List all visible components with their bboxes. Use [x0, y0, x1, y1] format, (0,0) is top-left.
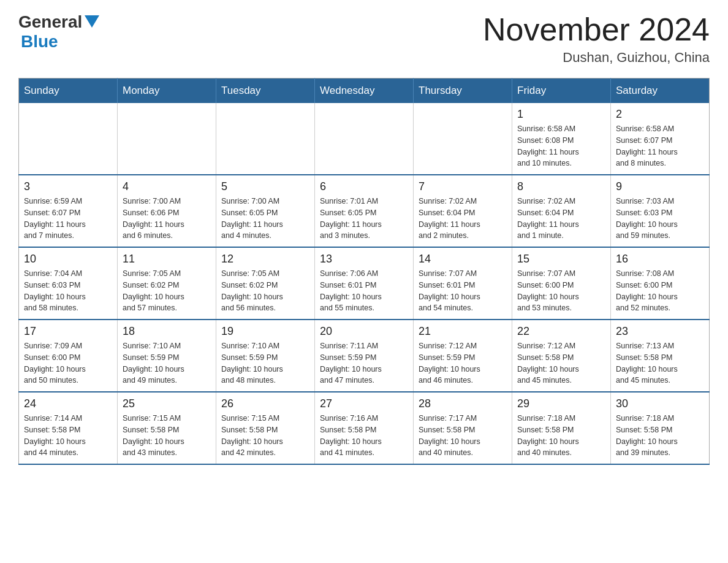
day-number: 19: [221, 325, 309, 338]
calendar-cell: 18Sunrise: 7:10 AM Sunset: 5:59 PM Dayli…: [118, 320, 216, 392]
day-info: Sunrise: 7:02 AM Sunset: 6:04 PM Dayligh…: [419, 196, 507, 242]
calendar-cell: 5Sunrise: 7:00 AM Sunset: 6:05 PM Daylig…: [216, 175, 315, 247]
weekday-header-row: SundayMondayTuesdayWednesdayThursdayFrid…: [19, 79, 710, 104]
calendar-cell: 6Sunrise: 7:01 AM Sunset: 6:05 PM Daylig…: [315, 175, 414, 247]
calendar-cell: 17Sunrise: 7:09 AM Sunset: 6:00 PM Dayli…: [19, 320, 118, 392]
day-info: Sunrise: 7:14 AM Sunset: 5:58 PM Dayligh…: [24, 413, 112, 459]
day-number: 9: [616, 180, 704, 193]
calendar-cell: 23Sunrise: 7:13 AM Sunset: 5:58 PM Dayli…: [611, 320, 710, 392]
day-info: Sunrise: 6:59 AM Sunset: 6:07 PM Dayligh…: [24, 196, 112, 242]
calendar-week-row: 1Sunrise: 6:58 AM Sunset: 6:08 PM Daylig…: [19, 103, 710, 175]
calendar-cell: 20Sunrise: 7:11 AM Sunset: 5:59 PM Dayli…: [315, 320, 414, 392]
day-info: Sunrise: 7:13 AM Sunset: 5:58 PM Dayligh…: [616, 340, 704, 386]
day-info: Sunrise: 7:02 AM Sunset: 6:04 PM Dayligh…: [517, 196, 605, 242]
day-number: 4: [123, 180, 211, 193]
day-info: Sunrise: 7:17 AM Sunset: 5:58 PM Dayligh…: [419, 413, 507, 459]
day-number: 1: [517, 108, 605, 121]
calendar-cell: 1Sunrise: 6:58 AM Sunset: 6:08 PM Daylig…: [512, 103, 611, 175]
calendar-cell: 21Sunrise: 7:12 AM Sunset: 5:59 PM Dayli…: [414, 320, 512, 392]
day-info: Sunrise: 7:05 AM Sunset: 6:02 PM Dayligh…: [221, 268, 309, 314]
calendar-cell: 14Sunrise: 7:07 AM Sunset: 6:01 PM Dayli…: [414, 247, 512, 320]
day-number: 29: [517, 397, 605, 410]
calendar-cell: 19Sunrise: 7:10 AM Sunset: 5:59 PM Dayli…: [216, 320, 315, 392]
day-info: Sunrise: 7:08 AM Sunset: 6:00 PM Dayligh…: [616, 268, 704, 314]
day-number: 28: [419, 397, 507, 410]
calendar-cell: 22Sunrise: 7:12 AM Sunset: 5:58 PM Dayli…: [512, 320, 611, 392]
weekday-header-tuesday: Tuesday: [216, 79, 315, 104]
day-info: Sunrise: 7:18 AM Sunset: 5:58 PM Dayligh…: [616, 413, 704, 459]
day-info: Sunrise: 7:00 AM Sunset: 6:06 PM Dayligh…: [123, 196, 211, 242]
day-number: 16: [616, 253, 704, 266]
calendar-cell: 10Sunrise: 7:04 AM Sunset: 6:03 PM Dayli…: [19, 247, 118, 320]
calendar-cell: 15Sunrise: 7:07 AM Sunset: 6:00 PM Dayli…: [512, 247, 611, 320]
day-number: 5: [221, 180, 309, 193]
weekday-header-sunday: Sunday: [19, 79, 118, 104]
calendar-cell: 8Sunrise: 7:02 AM Sunset: 6:04 PM Daylig…: [512, 175, 611, 247]
day-number: 21: [419, 325, 507, 338]
weekday-header-wednesday: Wednesday: [315, 79, 414, 104]
calendar-cell: [19, 103, 118, 175]
day-number: 17: [24, 325, 112, 338]
day-number: 8: [517, 180, 605, 193]
day-number: 11: [123, 253, 211, 266]
weekday-header-monday: Monday: [118, 79, 216, 104]
day-info: Sunrise: 7:07 AM Sunset: 6:01 PM Dayligh…: [419, 268, 507, 314]
logo-blue-text: Blue: [21, 32, 58, 52]
day-number: 27: [320, 397, 408, 410]
day-number: 13: [320, 253, 408, 266]
calendar-cell: 3Sunrise: 6:59 AM Sunset: 6:07 PM Daylig…: [19, 175, 118, 247]
month-title: November 2024: [483, 12, 710, 47]
day-number: 2: [616, 108, 704, 121]
calendar-cell: 25Sunrise: 7:15 AM Sunset: 5:58 PM Dayli…: [118, 392, 216, 464]
day-number: 6: [320, 180, 408, 193]
day-number: 22: [517, 325, 605, 338]
calendar-cell: [118, 103, 216, 175]
calendar-cell: 28Sunrise: 7:17 AM Sunset: 5:58 PM Dayli…: [414, 392, 512, 464]
day-info: Sunrise: 7:03 AM Sunset: 6:03 PM Dayligh…: [616, 196, 704, 242]
calendar-week-row: 17Sunrise: 7:09 AM Sunset: 6:00 PM Dayli…: [19, 320, 710, 392]
calendar-week-row: 24Sunrise: 7:14 AM Sunset: 5:58 PM Dayli…: [19, 392, 710, 464]
day-info: Sunrise: 7:06 AM Sunset: 6:01 PM Dayligh…: [320, 268, 408, 314]
calendar-cell: 11Sunrise: 7:05 AM Sunset: 6:02 PM Dayli…: [118, 247, 216, 320]
day-info: Sunrise: 7:15 AM Sunset: 5:58 PM Dayligh…: [221, 413, 309, 459]
day-info: Sunrise: 7:05 AM Sunset: 6:02 PM Dayligh…: [123, 268, 211, 314]
calendar-cell: 24Sunrise: 7:14 AM Sunset: 5:58 PM Dayli…: [19, 392, 118, 464]
day-info: Sunrise: 7:09 AM Sunset: 6:00 PM Dayligh…: [24, 340, 112, 386]
day-info: Sunrise: 7:01 AM Sunset: 6:05 PM Dayligh…: [320, 196, 408, 242]
calendar-week-row: 10Sunrise: 7:04 AM Sunset: 6:03 PM Dayli…: [19, 247, 710, 320]
day-info: Sunrise: 7:10 AM Sunset: 5:59 PM Dayligh…: [123, 340, 211, 386]
calendar-cell: [315, 103, 414, 175]
day-info: Sunrise: 7:12 AM Sunset: 5:58 PM Dayligh…: [517, 340, 605, 386]
calendar-cell: [216, 103, 315, 175]
day-info: Sunrise: 6:58 AM Sunset: 6:07 PM Dayligh…: [616, 123, 704, 169]
title-block: November 2024 Dushan, Guizhou, China: [483, 12, 710, 66]
calendar-cell: 4Sunrise: 7:00 AM Sunset: 6:06 PM Daylig…: [118, 175, 216, 247]
calendar-week-row: 3Sunrise: 6:59 AM Sunset: 6:07 PM Daylig…: [19, 175, 710, 247]
calendar-cell: 26Sunrise: 7:15 AM Sunset: 5:58 PM Dayli…: [216, 392, 315, 464]
day-number: 3: [24, 180, 112, 193]
day-info: Sunrise: 7:00 AM Sunset: 6:05 PM Dayligh…: [221, 196, 309, 242]
calendar-cell: 12Sunrise: 7:05 AM Sunset: 6:02 PM Dayli…: [216, 247, 315, 320]
day-info: Sunrise: 7:16 AM Sunset: 5:58 PM Dayligh…: [320, 413, 408, 459]
day-number: 10: [24, 253, 112, 266]
calendar-cell: [414, 103, 512, 175]
location-text: Dushan, Guizhou, China: [483, 50, 710, 66]
calendar-cell: 29Sunrise: 7:18 AM Sunset: 5:58 PM Dayli…: [512, 392, 611, 464]
day-number: 26: [221, 397, 309, 410]
day-info: Sunrise: 7:07 AM Sunset: 6:00 PM Dayligh…: [517, 268, 605, 314]
calendar-cell: 27Sunrise: 7:16 AM Sunset: 5:58 PM Dayli…: [315, 392, 414, 464]
calendar-cell: 13Sunrise: 7:06 AM Sunset: 6:01 PM Dayli…: [315, 247, 414, 320]
day-info: Sunrise: 7:10 AM Sunset: 5:59 PM Dayligh…: [221, 340, 309, 386]
day-number: 15: [517, 253, 605, 266]
day-number: 14: [419, 253, 507, 266]
calendar-cell: 7Sunrise: 7:02 AM Sunset: 6:04 PM Daylig…: [414, 175, 512, 247]
day-number: 7: [419, 180, 507, 193]
day-info: Sunrise: 7:04 AM Sunset: 6:03 PM Dayligh…: [24, 268, 112, 314]
day-number: 12: [221, 253, 309, 266]
logo: General Blue: [18, 12, 99, 52]
day-number: 24: [24, 397, 112, 410]
calendar-cell: 30Sunrise: 7:18 AM Sunset: 5:58 PM Dayli…: [611, 392, 710, 464]
calendar-cell: 16Sunrise: 7:08 AM Sunset: 6:00 PM Dayli…: [611, 247, 710, 320]
day-number: 18: [123, 325, 211, 338]
day-number: 25: [123, 397, 211, 410]
